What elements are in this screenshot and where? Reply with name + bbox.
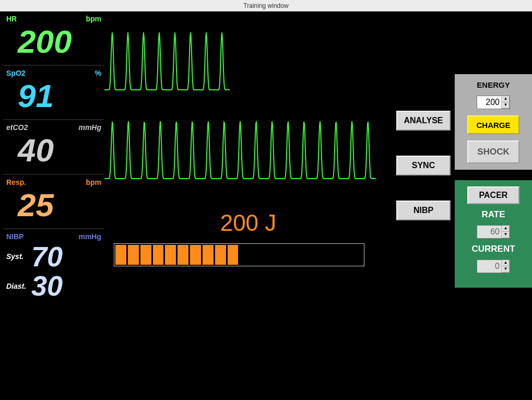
hr-label: HR [6, 15, 17, 23]
pacer-current-input[interactable] [477, 260, 501, 273]
main-area: HR bpm 200 SpO2 % 91 etCO2 mmHg 40 Resp.… [0, 11, 532, 400]
progress-segment [302, 245, 313, 265]
right-control-column: ENERGY ▲ ▼ CHARGE SHOCK PACER RATE ▲ ▼ [455, 11, 532, 400]
pacer-rate-label: RATE [481, 209, 505, 220]
progress-segment [215, 245, 226, 265]
nibp-diast-label: Diast. [3, 282, 26, 290]
pacer-rate-input[interactable] [477, 226, 501, 238]
nibp-unit: mmHg [78, 232, 101, 241]
etco2-value: 40 [3, 133, 104, 168]
ecg-waveform-top [104, 11, 381, 105]
progress-segment [277, 245, 288, 265]
pacer-rate-spinner[interactable]: ▲ ▼ [477, 225, 510, 239]
shock-button[interactable]: SHOCK [467, 140, 519, 163]
progress-segment [265, 245, 276, 265]
progress-segment [115, 245, 126, 265]
energy-down-icon[interactable]: ▼ [502, 102, 510, 109]
energy-label: ENERGY [477, 80, 510, 89]
progress-segment [315, 245, 326, 265]
vital-hr: HR bpm 200 [3, 11, 104, 66]
sync-button[interactable]: SYNC [396, 156, 451, 175]
nibp-syst-label: Syst. [3, 252, 26, 261]
resp-unit: bpm [86, 178, 101, 186]
energy-spinner[interactable]: ▲ ▼ [477, 96, 510, 109]
progress-segment [240, 245, 251, 265]
progress-segment [190, 245, 201, 265]
progress-segment [128, 245, 139, 265]
vital-spo2: SpO2 % 91 [3, 66, 104, 120]
charge-button[interactable]: CHARGE [467, 115, 519, 134]
progress-segment [327, 245, 338, 265]
energy-up-icon[interactable]: ▲ [502, 96, 510, 102]
hr-value: 200 [3, 24, 104, 60]
vitals-sidebar: HR bpm 200 SpO2 % 91 etCO2 mmHg 40 Resp.… [0, 11, 104, 400]
progress-segment [290, 245, 301, 265]
spo2-unit: % [95, 69, 101, 77]
current-up-icon[interactable]: ▲ [502, 260, 510, 266]
progress-segment [178, 245, 188, 265]
progress-segment [140, 245, 151, 265]
progress-segment [165, 245, 176, 265]
vital-resp: Resp. bpm 25 [3, 175, 104, 229]
spo2-value: 91 [3, 78, 104, 114]
waveform-area: 200 J [104, 11, 392, 400]
resp-label: Resp. [6, 178, 26, 186]
progress-segment [228, 245, 239, 265]
spo2-label: SpO2 [6, 69, 26, 77]
vital-nibp: NIBP mmHg Syst. 70 Diast. 30 [3, 229, 104, 306]
title-bar: Training window [0, 0, 532, 11]
energy-input[interactable] [477, 96, 501, 109]
defib-panel: ENERGY ▲ ▼ CHARGE SHOCK [455, 74, 532, 170]
progress-segment [339, 245, 350, 265]
hr-unit: bpm [86, 15, 101, 23]
charge-progress-bar [114, 243, 364, 266]
progress-segment [203, 245, 214, 265]
progress-segment [252, 245, 263, 265]
pacer-panel: PACER RATE ▲ ▼ CURRENT ▲ ▼ [455, 180, 532, 288]
action-button-column: ANALYSE SYNC NIBP [392, 11, 455, 400]
rate-up-icon[interactable]: ▲ [502, 226, 510, 232]
charge-energy-display: 200 J [104, 210, 392, 236]
nibp-diast-value: 30 [31, 271, 63, 301]
ecg-waveform-bottom [104, 105, 381, 189]
pacer-current-label: CURRENT [471, 244, 515, 254]
current-down-icon[interactable]: ▼ [502, 266, 510, 273]
pacer-current-spinner[interactable]: ▲ ▼ [477, 260, 510, 273]
resp-value: 25 [3, 187, 104, 223]
pacer-button[interactable]: PACER [467, 186, 519, 204]
nibp-label: NIBP [6, 232, 23, 241]
vital-etco2: etCO2 mmHg 40 [3, 120, 104, 174]
etco2-label: etCO2 [6, 123, 28, 132]
etco2-unit: mmHg [78, 123, 101, 132]
window-title: Training window [243, 2, 288, 9]
analyse-button[interactable]: ANALYSE [396, 111, 451, 131]
progress-segment [153, 245, 164, 265]
progress-segment [352, 245, 363, 265]
nibp-button[interactable]: NIBP [396, 201, 451, 220]
rate-down-icon[interactable]: ▼ [502, 232, 510, 238]
nibp-syst-value: 70 [31, 242, 63, 272]
